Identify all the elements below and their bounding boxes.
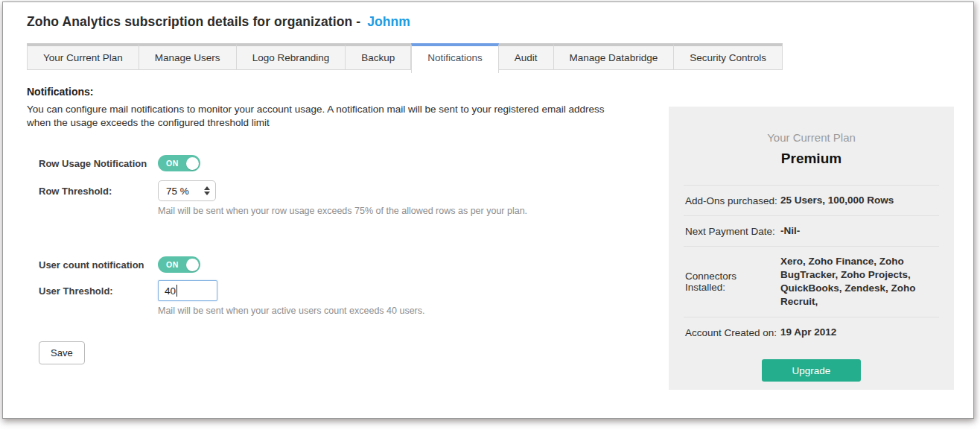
row-threshold-value: 75 % bbox=[166, 186, 204, 197]
page-title-text: Zoho Analytics subscription details for … bbox=[27, 14, 360, 29]
section-heading: Notifications: bbox=[27, 86, 652, 98]
tab-bar: Your Current Plan Manage Users Logo Rebr… bbox=[27, 43, 783, 70]
plan-row-next-payment: Next Payment Date: -Nil- bbox=[684, 215, 939, 246]
toggle-on-text: ON bbox=[166, 159, 179, 168]
plan-row-label: Add-Ons purchased: bbox=[685, 195, 779, 206]
select-stepper-icon bbox=[204, 186, 210, 195]
plan-name: Premium bbox=[684, 151, 939, 167]
toggle-knob bbox=[186, 259, 199, 271]
tab-your-current-plan[interactable]: Your Current Plan bbox=[27, 43, 139, 70]
toggle-knob bbox=[186, 157, 199, 170]
user-threshold-label: User Threshold: bbox=[39, 285, 158, 297]
user-threshold-value: 40 bbox=[165, 285, 176, 297]
user-count-label: User count notification bbox=[39, 259, 158, 271]
current-plan-panel: Your Current Plan Premium Add-Ons purcha… bbox=[669, 107, 954, 390]
plan-row-value: 19 Apr 2012 bbox=[779, 326, 938, 339]
notifications-section: Notifications: You can configure mail no… bbox=[27, 86, 652, 364]
section-description: You can configure mail notifications to … bbox=[27, 103, 626, 130]
plan-row-connectors: Connectors Installed: Xero, Zoho Finance… bbox=[684, 246, 939, 317]
plan-row-value: Xero, Zoho Finance, Zoho BugTracker, Zoh… bbox=[779, 255, 938, 309]
row-usage-toggle[interactable]: ON bbox=[158, 155, 200, 171]
plan-row-label: Account Created on: bbox=[685, 327, 779, 338]
plan-row-value: -Nil- bbox=[779, 224, 938, 238]
upgrade-button[interactable]: Upgrade bbox=[762, 359, 861, 382]
row-usage-toggle-row: Row Usage Notification ON bbox=[39, 155, 652, 171]
tab-notifications[interactable]: Notifications bbox=[411, 43, 499, 73]
row-threshold-row: Row Threshold: 75 % bbox=[39, 180, 652, 201]
user-threshold-helper: Mail will be sent when your active users… bbox=[158, 306, 652, 316]
tab-manage-databridge[interactable]: Manage Databridge bbox=[554, 43, 675, 70]
row-threshold-label: Row Threshold: bbox=[39, 186, 158, 197]
save-button[interactable]: Save bbox=[39, 341, 85, 364]
user-count-toggle-row: User count notification ON bbox=[39, 256, 652, 273]
row-threshold-helper: Mail will be sent when your row usage ex… bbox=[158, 206, 652, 216]
page-title: Zoho Analytics subscription details for … bbox=[27, 14, 410, 30]
subscription-window: Zoho Analytics subscription details for … bbox=[2, 1, 974, 419]
text-caret bbox=[176, 285, 177, 297]
row-threshold-select[interactable]: 75 % bbox=[158, 180, 216, 201]
plan-header: Your Current Plan Premium bbox=[684, 107, 939, 185]
upgrade-button-wrap: Upgrade bbox=[684, 359, 939, 382]
tab-logo-rebranding[interactable]: Logo Rebranding bbox=[237, 43, 346, 70]
plan-row-account-created: Account Created on: 19 Apr 2012 bbox=[684, 317, 939, 347]
row-usage-label: Row Usage Notification bbox=[39, 158, 158, 169]
plan-row-label: Next Payment Date: bbox=[685, 226, 779, 237]
plan-panel-title: Your Current Plan bbox=[684, 131, 939, 144]
tab-manage-users[interactable]: Manage Users bbox=[139, 43, 237, 70]
org-name-link[interactable]: Johnm bbox=[367, 14, 410, 29]
user-threshold-row: User Threshold: 40 bbox=[39, 280, 652, 301]
tab-backup[interactable]: Backup bbox=[346, 43, 411, 70]
plan-row-addons: Add-Ons purchased: 25 Users, 100,000 Row… bbox=[684, 185, 939, 215]
user-threshold-input[interactable]: 40 bbox=[158, 280, 217, 301]
tab-security-controls[interactable]: Security Controls bbox=[674, 43, 783, 70]
plan-row-value: 25 Users, 100,000 Rows bbox=[779, 194, 938, 207]
plan-row-label: Connectors Installed: bbox=[685, 271, 779, 293]
toggle-on-text: ON bbox=[166, 260, 179, 269]
user-count-toggle[interactable]: ON bbox=[158, 256, 200, 273]
tab-audit[interactable]: Audit bbox=[499, 43, 554, 70]
notifications-form: Row Usage Notification ON Row Threshold:… bbox=[39, 155, 652, 316]
